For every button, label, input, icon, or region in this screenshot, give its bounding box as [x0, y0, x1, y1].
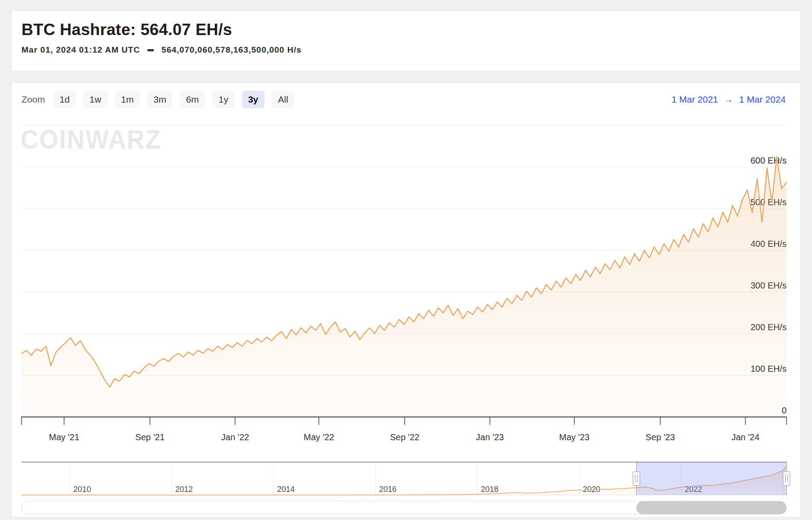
page-subtitle: Mar 01, 2024 01:12 AM UTC 564,070,060,57… [21, 45, 800, 55]
handle-grip-icon [633, 472, 640, 486]
zoom-label: Zoom [21, 94, 45, 105]
navigator-left-handle[interactable] [633, 472, 640, 486]
hashrate-full-value: 564,070,060,578,163,500,000 H/s [161, 45, 301, 55]
zoom-button-all[interactable]: All [272, 91, 294, 108]
x-axis-label: Jan '22 [221, 432, 249, 442]
zoom-button-6m[interactable]: 6m [180, 91, 205, 108]
date-range-group: 1 Mar 2021 → 1 Mar 2024 [672, 94, 786, 105]
dash-separator-icon [147, 49, 154, 51]
zoom-button-3m[interactable]: 3m [147, 91, 172, 108]
scrollbar-thumb[interactable] [636, 501, 787, 514]
zoom-button-group: Zoom 1d1w1m3m6m1y3yAll [21, 91, 294, 108]
navigator-year-label: 2016 [379, 485, 396, 494]
zoom-button-1y[interactable]: 1y [212, 91, 234, 108]
x-axis-label: Jan '23 [476, 432, 504, 442]
x-axis-label: Jan '24 [731, 432, 759, 442]
zoom-button-3y[interactable]: 3y [242, 91, 264, 108]
navigator-year-label: 2012 [175, 485, 193, 494]
range-from-input[interactable]: 1 Mar 2021 [672, 94, 718, 105]
navigator-year-label: 2018 [481, 485, 499, 494]
range-to-input[interactable]: 1 Mar 2024 [739, 94, 786, 105]
x-axis-label: Sep '22 [390, 432, 419, 442]
chart-card: Zoom 1d1w1m3m6m1y3yAll 1 Mar 2021 → 1 Ma… [11, 82, 801, 517]
x-axis-label: Sep '23 [645, 432, 675, 442]
navigator-right-handle[interactable] [783, 472, 790, 486]
zoom-button-1w[interactable]: 1w [83, 91, 107, 108]
x-axis-label: Sep '21 [135, 432, 164, 442]
chart-toolbar: Zoom 1d1w1m3m6m1y3yAll 1 Mar 2021 → 1 Ma… [21, 90, 786, 109]
navigator-year-label: 2014 [277, 485, 295, 494]
zoom-button-1m[interactable]: 1m [115, 91, 140, 108]
chart-plot-area[interactable] [21, 122, 787, 417]
zoom-button-1d[interactable]: 1d [53, 91, 76, 108]
navigator-year-label: 2010 [73, 485, 91, 494]
x-axis-label: May '22 [304, 432, 334, 442]
navigator-year-label: 2020 [583, 485, 600, 494]
x-axis-label: May '21 [49, 432, 79, 442]
x-axis-label: May '23 [559, 432, 589, 442]
arrow-right-icon: → [724, 95, 733, 105]
hashrate-chart: 600 EH/s500 EH/s400 EH/s300 EH/s200 EH/s… [12, 83, 800, 517]
page-title: BTC Hashrate: 564.07 EH/s [21, 21, 800, 39]
navigator-selected-range[interactable] [636, 462, 787, 495]
handle-grip-icon [783, 472, 790, 486]
timestamp: Mar 01, 2024 01:12 AM UTC [21, 45, 140, 55]
page: { "header": { "title": "BTC Hashrate: 56… [0, 0, 812, 520]
header-card: BTC Hashrate: 564.07 EH/s Mar 01, 2024 0… [11, 11, 801, 71]
